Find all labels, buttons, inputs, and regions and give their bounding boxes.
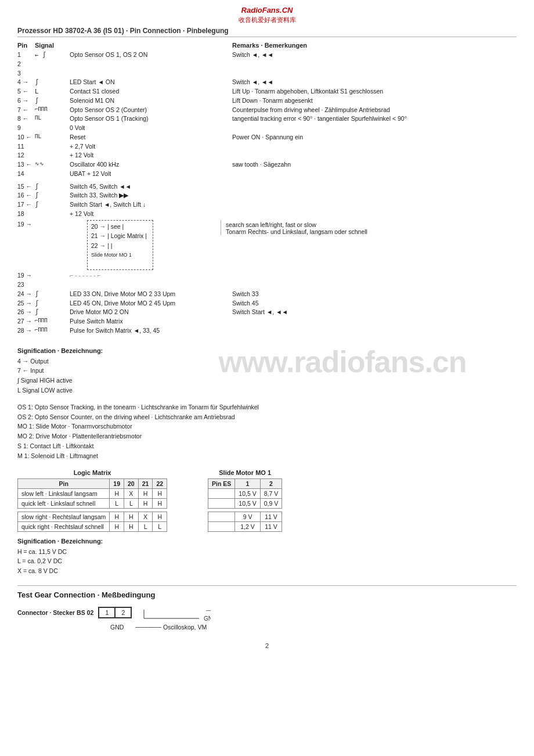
pin-row: 28 → ⌐ΠΠΠ Pulse for Switch Matrix ◄, 33,… [17, 326, 517, 336]
pin-row: 26 → ∫ Drive Motor MO 2 ON Switch Start … [17, 308, 517, 317]
pin-row: 25 → ∫ LED 45 ON, Drive Motor MO 2 45 Up… [17, 299, 517, 308]
col-header-remarks: Remarks · Bemerkungen [232, 42, 517, 49]
table-row: 10,5 V0,9 V [208, 498, 282, 508]
pin-row: 7 ← ⌐ΠΠΠ Opto Sensor OS 2 (Counter) Coun… [17, 106, 517, 115]
signification2-section: Signification · Bezeichnung: H = ca. 11,… [17, 538, 517, 576]
test-gear-section: Test Gear Connection · Meßbedingung Conn… [17, 585, 517, 631]
lm-col-header-19: 19 [110, 478, 124, 488]
pin-row: 8 ← ΠL Opto Sensor OS 1 (Tracking) tange… [17, 114, 517, 124]
pin-row: 19 → ⌐ ‐ ‐ ‐ ‐ ‐ ‐ ⌐ [17, 271, 517, 280]
pin-row: 17 ← ∫ Switch Start ◄, Switch Lift ↓ [17, 200, 517, 210]
table-row: slow left · Linkslauf langsam HXHH [18, 488, 167, 498]
pin-row: 9 0 Volt [17, 124, 517, 133]
table-row: slow right · Rechtslauf langsam HHXH [18, 512, 167, 521]
pin-row: 27 → ⌐ΠΠΠ Pulse Switch Matrix [17, 317, 517, 326]
watermark: www.radiofans.cn [168, 344, 517, 379]
slide-motor-table: Pin ES 1 2 10,5 V8,7 V 10,5 V0,9 V 9 V11… [208, 478, 282, 532]
signification-title: Signification · Bezeichnung: [17, 347, 168, 354]
svg-text:GND: GND [204, 615, 211, 621]
table-row: quick right · Rechtslauf schnell HHLL [18, 521, 167, 531]
sm-col-header-pines: Pin ES [208, 478, 235, 488]
pin-row: 12 + 12 Volt [17, 151, 517, 160]
pin-row: 19 → 20 → | see | 21 → | Logic Matrix | … [17, 220, 215, 271]
connector-cell-1: 1 [99, 607, 115, 618]
slide-motor-title: Slide Motor MO 1 [208, 469, 282, 476]
pin-row: 14 UBAT + 12 Volt [17, 170, 517, 179]
doc-title: Prozessor HD 38702-A 36 (IS 01) · Pin Co… [17, 27, 517, 37]
pin-row: 11 + 2,7 Volt [17, 142, 517, 152]
col-header-pin: Pin [17, 42, 35, 49]
lm-col-header-pin: Pin [18, 478, 110, 488]
tables-section: Logic Matrix Pin 19 20 21 22 slow left ·… [17, 469, 517, 532]
lm-col-header-21: 21 [138, 478, 153, 488]
sm-col-header-1: 1 [235, 478, 260, 488]
pin-row: 3 [17, 69, 517, 78]
connector-label: Connector · Stecker BS 02 [17, 609, 93, 616]
pin-row: 5 ← L Contact S1 closed Lift Up · Tonarm… [17, 87, 517, 96]
pin-row: 10 ← ΠL Reset Power ON · Spannung ein [17, 133, 517, 142]
pin-row: 6 → ∫ Solenoid M1 ON Lift Down · Tonarm … [17, 96, 517, 106]
pin-row: 23 [17, 280, 517, 290]
page-number: 2 [17, 642, 517, 649]
pin-row: 1 ← ∫ Opto Sensor OS 1, OS 2 ON Switch ◄… [17, 51, 517, 60]
signification2-title: Signification · Bezeichnung: [17, 538, 517, 545]
table-row: quick left · Linkslauf schnell LLHH [18, 498, 167, 508]
search-scan-label: search scan left/right, fast or slow [226, 221, 517, 228]
pin-row: 15 ← ∫ Switch 45, Switch ◄◄ [17, 182, 517, 192]
signification-block: 4 → Output 7 ← Input ∫ Signal HIGH activ… [17, 357, 168, 395]
table-row: 1,2 V11 V [208, 521, 282, 531]
tonarm-label: Tonarm Rechts- und Linkslauf, langsam od… [226, 228, 517, 235]
svg-text:── Oscilloskop, VM: ── Oscilloskop, VM [205, 607, 211, 614]
table-row: 9 V11 V [208, 512, 282, 521]
header-brand: RadioFans.CN [17, 6, 517, 15]
lm-col-header-22: 22 [153, 478, 167, 488]
logic-matrix-table: Pin 19 20 21 22 slow left · Linkslauf la… [17, 478, 167, 532]
pin-row: 18 + 12 Volt [17, 210, 517, 219]
logic-matrix-title: Logic Matrix [17, 469, 167, 476]
header-subtitle: 收音机爱好者资料库 [17, 16, 517, 24]
pin-row: 4 → ∫ LED Start ◄ ON Switch ◄, ◄◄ [17, 78, 517, 87]
pin-row: 24 → ∫ LED 33 ON, Drive Motor MO 2 33 Up… [17, 290, 517, 299]
logic-matrix-section: Logic Matrix Pin 19 20 21 22 slow left ·… [17, 469, 167, 532]
signification2-items: H = ca. 11,5 V DC L = ca. 0,2 V DC X = c… [17, 547, 517, 576]
sm-col-header-2: 2 [260, 478, 282, 488]
pin-row: 16 ← ∫ Switch 33, Switch ▶▶ [17, 191, 517, 200]
test-connector: Connector · Stecker BS 02 1 2 GND ── Osc… [17, 604, 517, 621]
gnd-line-svg: GND ── Oscilloskop, VM [141, 604, 211, 621]
pin-row: 2 [17, 60, 517, 69]
table-row: 10,5 V8,7 V [208, 488, 282, 498]
osc-text: ────── Oscilloskop, VM [135, 624, 207, 631]
connector-box: 1 2 [98, 607, 132, 618]
test-gear-title: Test Gear Connection · Meßbedingung [17, 591, 517, 599]
connector-cell-2: 2 [115, 607, 131, 618]
gnd-text: GND [110, 624, 124, 631]
col-header-desc [70, 42, 232, 49]
os-legend: OS 1: Opto Sensor Tracking, in the tonea… [17, 402, 517, 461]
lm-col-header-20: 20 [124, 478, 139, 488]
slide-motor-section: Slide Motor MO 1 Pin ES 1 2 10,5 V8,7 V … [208, 469, 282, 532]
pin-row: 13 ← ∿∿ Oscillator 400 kHz saw tooth · S… [17, 160, 517, 170]
col-header-signal: Signal [35, 42, 70, 49]
